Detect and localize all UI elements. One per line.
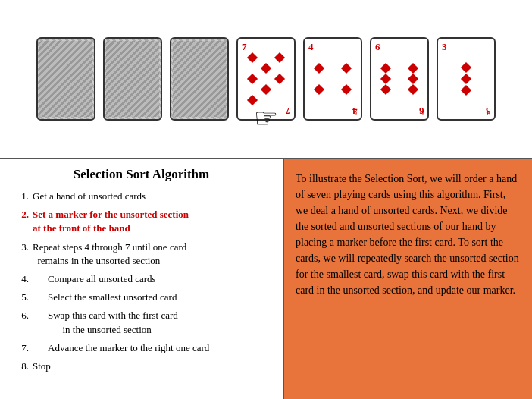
hand-cursor-icon: ☞ — [254, 102, 278, 134]
step-7-text: Advance the marker to the right one card — [33, 341, 209, 355]
card-back-2 — [103, 37, 162, 121]
step-8-num: 8. — [11, 360, 33, 373]
step-4-num: 4. — [11, 272, 33, 286]
card-7-container: 7 7 ☞ — [236, 37, 296, 121]
right-panel: To illustrate the Selection Sort, we wil… — [284, 159, 532, 399]
step-3-text: Repeat steps 4 through 7 until one card … — [33, 240, 186, 268]
card-area: 7 7 ☞ 4 — [0, 0, 532, 159]
step-2-num: 2. — [11, 208, 33, 235]
card-4-pips — [314, 64, 352, 93]
step-7: 7. Advance the marker to the right one c… — [11, 341, 271, 355]
step-5-num: 5. — [11, 291, 33, 304]
step-6: 6. Swap this card with the first card in… — [11, 309, 271, 336]
step-1-text: Get a hand of unsorted cards — [33, 190, 146, 203]
step-4: 4. Compare all unsorted cards — [11, 272, 271, 286]
step-2-text: Set a marker for the unsorted sectionat … — [33, 208, 189, 235]
step-3: 3. Repeat steps 4 through 7 until one ca… — [11, 240, 271, 268]
card-3-top: 3 — [442, 41, 447, 53]
step-6-num: 6. — [11, 309, 33, 336]
step-6-text: Swap this card with the first card in th… — [33, 309, 178, 336]
step-3-num: 3. — [11, 240, 33, 268]
step-8: 8. Stop — [11, 360, 271, 373]
step-8-text: Stop — [33, 360, 51, 373]
step-1-num: 1. — [11, 190, 33, 203]
description-text: To illustrate the Selection Sort, we wil… — [296, 171, 521, 298]
card-3-pips — [462, 64, 470, 94]
card-4: 4 4 9 — [303, 37, 362, 121]
card-back-3 — [170, 37, 229, 121]
step-2: 2. Set a marker for the unsorted section… — [11, 208, 271, 235]
card-7-top: 7 — [242, 41, 247, 53]
card-6: 6 6 9 — [370, 37, 429, 121]
card-3: 3 3 8 — [437, 37, 496, 121]
card-6-top: 6 — [375, 41, 380, 53]
step-5: 5. Select the smallest unsorted card — [11, 291, 271, 304]
card-4-top: 4 — [308, 41, 314, 53]
step-1: 1. Get a hand of unsorted cards — [11, 190, 271, 203]
card-back-1 — [36, 37, 95, 121]
step-7-num: 7. — [11, 341, 33, 355]
step-4-text: Compare all unsorted cards — [33, 272, 156, 286]
algorithm-title: Selection Sort Algorithm — [11, 167, 271, 182]
bottom-area: Selection Sort Algorithm 1. Get a hand o… — [0, 159, 532, 399]
card-7-pips — [247, 54, 285, 104]
card-6-pips — [380, 64, 418, 93]
step-5-text: Select the smallest unsorted card — [33, 291, 177, 304]
left-panel: Selection Sort Algorithm 1. Get a hand o… — [0, 159, 284, 399]
card-7-bottom: 7 — [286, 105, 291, 117]
